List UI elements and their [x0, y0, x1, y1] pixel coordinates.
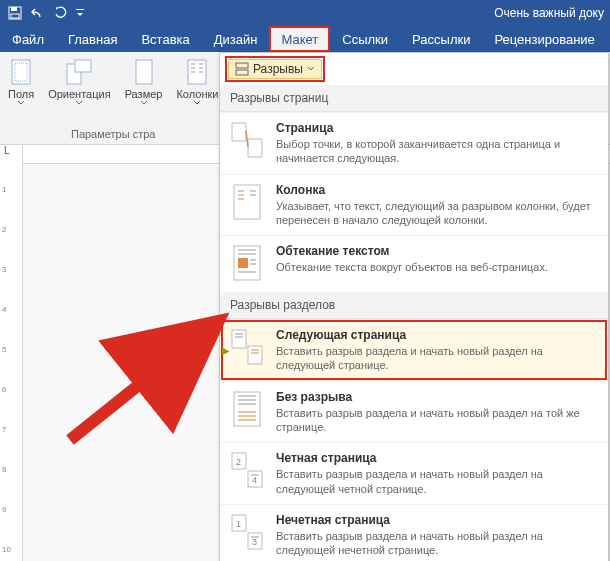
svg-rect-41 — [234, 392, 260, 426]
svg-rect-18 — [236, 63, 248, 68]
text-wrap-icon — [230, 244, 266, 284]
next-page-section-icon — [230, 328, 266, 368]
size-button[interactable]: Размер — [119, 56, 169, 110]
svg-rect-22 — [234, 185, 260, 219]
menu-item-desc: Указывает, что текст, следующий за разры… — [276, 199, 598, 228]
odd-page-section-icon: 13 — [230, 513, 266, 553]
svg-rect-7 — [75, 60, 91, 72]
svg-rect-19 — [236, 70, 248, 75]
tab-review[interactable]: Рецензирование — [482, 26, 606, 52]
svg-rect-2 — [11, 14, 19, 18]
chevron-down-icon — [193, 100, 201, 106]
tab-home[interactable]: Главная — [56, 26, 129, 52]
redo-icon[interactable] — [54, 6, 68, 20]
chevron-down-icon — [307, 66, 315, 72]
svg-text:2: 2 — [236, 457, 241, 467]
continuous-section-icon — [230, 390, 266, 430]
quick-access-toolbar — [0, 6, 84, 20]
breaks-icon — [235, 62, 249, 76]
chevron-down-icon — [75, 100, 83, 106]
svg-text:1: 1 — [236, 519, 241, 529]
menu-item-title: Следующая страница — [276, 328, 598, 342]
qat-dropdown-icon[interactable] — [76, 6, 84, 20]
breaks-dropdown-open[interactable]: Разрывы — [228, 59, 322, 79]
svg-rect-8 — [136, 60, 152, 84]
menu-item-title: Без разрыва — [276, 390, 598, 404]
margins-button[interactable]: Поля — [2, 56, 40, 110]
breaks-menu: Разрывы Разрывы страниц Страница Выбор т… — [219, 52, 609, 561]
undo-icon[interactable] — [30, 6, 46, 20]
svg-rect-1 — [11, 7, 17, 11]
chevron-down-icon — [140, 100, 148, 106]
svg-text:4: 4 — [252, 475, 257, 485]
document-title: Очень важный доку — [494, 6, 610, 20]
menu-item-desc: Выбор точки, в которой заканчивается одн… — [276, 137, 598, 166]
tab-mailings[interactable]: Рассылки — [400, 26, 482, 52]
menu-item-title: Колонка — [276, 183, 598, 197]
menu-item-text-wrap[interactable]: Обтекание текстом Обтекание текста вокру… — [220, 235, 608, 292]
menu-item-desc: Вставить разрыв раздела и начать новый р… — [276, 529, 598, 558]
svg-rect-38 — [248, 346, 262, 364]
ruler-corner: L — [4, 145, 10, 156]
svg-rect-35 — [232, 330, 246, 348]
menu-item-title: Страница — [276, 121, 598, 135]
svg-rect-21 — [248, 139, 262, 157]
section-header-page-breaks: Разрывы страниц — [220, 85, 608, 112]
column-break-icon — [230, 183, 266, 223]
selection-indicator-icon: ▶ — [222, 345, 230, 356]
menu-item-column[interactable]: Колонка Указывает, что текст, следующий … — [220, 174, 608, 236]
menu-item-title: Обтекание текстом — [276, 244, 598, 258]
svg-rect-20 — [232, 123, 246, 141]
menu-item-odd-page[interactable]: 13 Нечетная страница Вставить разрыв раз… — [220, 504, 608, 561]
svg-text:3: 3 — [252, 537, 257, 547]
even-page-section-icon: 24 — [230, 451, 266, 491]
tab-insert[interactable]: Вставка — [129, 26, 201, 52]
menu-item-next-page[interactable]: ▶ Следующая страница Вставить разрыв раз… — [220, 319, 608, 381]
tab-layout[interactable]: Макет — [269, 26, 330, 52]
tab-references[interactable]: Ссылки — [330, 26, 400, 52]
ribbon-group-page-setup: Поля Ориентация Размер Колонки Параметры… — [0, 52, 227, 144]
menu-item-desc: Вставить разрыв раздела и начать новый р… — [276, 467, 598, 496]
columns-button[interactable]: Колонки — [170, 56, 224, 110]
menu-item-desc: Вставить разрыв раздела и начать новый р… — [276, 344, 598, 373]
size-label: Размер — [125, 88, 163, 100]
menu-item-title: Нечетная страница — [276, 513, 598, 527]
save-icon[interactable] — [8, 6, 22, 20]
margins-label: Поля — [8, 88, 34, 100]
orientation-button[interactable]: Ориентация — [42, 56, 116, 110]
svg-rect-29 — [238, 258, 248, 268]
vertical-ruler: L 1 2 3 4 5 6 7 8 9 10 — [0, 145, 23, 561]
group-label-page-params: Параметры стра — [71, 128, 155, 142]
orientation-label: Ориентация — [48, 88, 110, 100]
chevron-down-icon — [17, 100, 25, 106]
menu-item-desc: Вставить разрыв раздела и начать новый р… — [276, 406, 598, 435]
svg-rect-3 — [76, 9, 84, 10]
tab-file[interactable]: Файл — [0, 26, 56, 52]
svg-rect-9 — [188, 60, 206, 84]
menu-item-title: Четная страница — [276, 451, 598, 465]
page-break-icon — [230, 121, 266, 161]
title-bar: Очень важный доку — [0, 0, 610, 26]
menu-item-desc: Обтекание текста вокруг объектов на веб-… — [276, 260, 598, 274]
menu-item-page[interactable]: Страница Выбор точки, в которой заканчив… — [220, 112, 608, 174]
columns-label: Колонки — [176, 88, 218, 100]
tab-design[interactable]: Дизайн — [202, 26, 270, 52]
ribbon-tabs: Файл Главная Вставка Дизайн Макет Ссылки… — [0, 26, 610, 52]
menu-item-continuous[interactable]: Без разрыва Вставить разрыв раздела и на… — [220, 381, 608, 443]
section-header-section-breaks: Разрывы разделов — [220, 292, 608, 319]
menu-item-even-page[interactable]: 24 Четная страница Вставить разрыв разде… — [220, 442, 608, 504]
